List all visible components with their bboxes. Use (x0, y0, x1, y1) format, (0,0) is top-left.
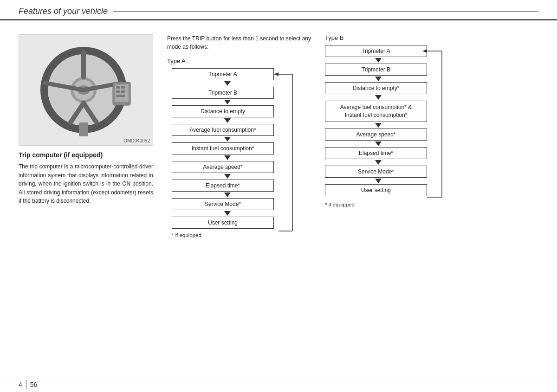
steering-wheel-image: OMD040052 (19, 34, 153, 146)
footer-page: 56 (30, 381, 38, 388)
if-equipped-a: * if equipped (167, 232, 311, 238)
type-b-flowchart: Tripmeter A Tripmeter B Distance to empt… (325, 45, 432, 196)
right-column: Type B Tripmeter A Tripmeter B Distance … (325, 34, 538, 238)
flow-arrow-3 (224, 118, 231, 123)
flow-box-b-tripmeter-a: Tripmeter A (325, 45, 427, 57)
footer-divider (26, 380, 26, 389)
type-a-flowchart: Tripmeter A Tripmeter B Distance to empt… (167, 68, 283, 229)
svg-rect-15 (116, 90, 120, 93)
flow-arrow-8 (224, 211, 231, 216)
flow-arrow-5 (224, 155, 231, 160)
flow-arrow-4 (224, 137, 231, 141)
flow-box-b-avg-instant-fuel: Average fuel consumption* &Instant fuel … (325, 101, 427, 122)
svg-rect-13 (116, 86, 120, 89)
intro-text: Press the TRIP button for less than 1 se… (167, 34, 311, 51)
flow-box-b-user-setting: User setting (325, 184, 427, 196)
flow-box-user-setting: User setting (172, 217, 274, 229)
page-header: Features of your vehicle (0, 0, 557, 20)
flow-arrow-2 (224, 100, 231, 104)
flow-arrow-6 (224, 174, 231, 179)
section-title: Trip computer (if equipped) (19, 151, 153, 159)
svg-rect-14 (121, 86, 125, 89)
flow-box-instant-fuel: Instant fuel consumption* (172, 142, 274, 154)
svg-rect-17 (116, 95, 125, 97)
flow-box-b-service-mode: Service Mode* (325, 166, 427, 178)
page-title: Features of your vehicle (19, 6, 108, 16)
flow-arrow-1 (224, 81, 231, 86)
flow-arrow-b-3 (375, 95, 382, 100)
type-b-label: Type B (325, 34, 538, 41)
flow-box-elapsed-time: Elapsed time* (172, 180, 274, 192)
flow-arrow-b-2 (375, 77, 382, 81)
section-text: The trip computer is a microcomputer-con… (19, 162, 153, 206)
svg-rect-16 (121, 90, 125, 93)
flow-box-service-mode: Service Mode* (172, 198, 274, 210)
flow-box-avg-fuel: Average fuel consumption* (172, 124, 274, 136)
type-a-label: Type A (167, 58, 311, 64)
flow-arrow-b-6 (375, 160, 382, 165)
if-equipped-b: * if equipped (325, 202, 538, 207)
flow-box-tripmeter-b: Tripmeter B (172, 87, 274, 99)
page-footer: 4 56 (0, 377, 557, 392)
flow-box-tripmeter-a: Tripmeter A (172, 68, 274, 80)
flow-box-b-avg-speed: Average speed* (325, 129, 427, 141)
left-column: OMD040052 Trip computer (if equipped) Th… (19, 34, 153, 238)
flow-arrow-b-5 (375, 141, 382, 146)
flow-arrow-b-4 (375, 123, 382, 128)
flow-box-b-elapsed-time: Elapsed time* (325, 147, 427, 159)
header-divider (113, 11, 538, 12)
steering-wheel-svg (35, 41, 137, 139)
main-content: OMD040052 Trip computer (if equipped) Th… (0, 20, 557, 247)
flow-box-b-tripmeter-b: Tripmeter B (325, 64, 427, 76)
flow-arrow-b-1 (375, 58, 382, 63)
svg-rect-18 (79, 122, 88, 136)
middle-column: Press the TRIP button for less than 1 se… (167, 34, 311, 238)
flow-arrow-7 (224, 193, 231, 197)
flow-box-avg-speed: Average speed* (172, 161, 274, 173)
footer-section: 4 (19, 381, 22, 388)
footer-numbers: 4 56 (19, 380, 37, 389)
flow-arrow-b-7 (375, 179, 382, 183)
image-label: OMD040052 (123, 138, 150, 143)
flow-box-b-distance-empty: Distance to empty* (325, 82, 427, 94)
flow-box-distance-empty: Distance to empty (172, 105, 274, 117)
